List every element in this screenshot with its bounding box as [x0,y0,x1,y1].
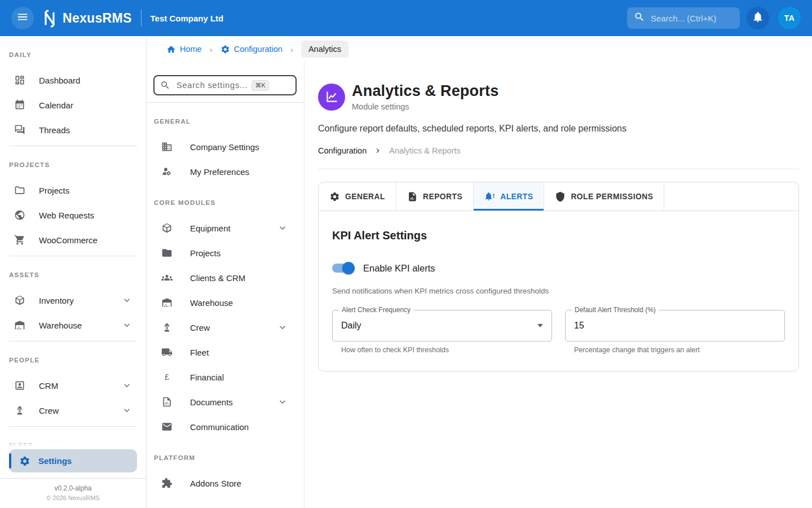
warehouse-icon [14,319,25,331]
sidebar-item-inventory[interactable]: Inventory [0,288,146,313]
search-icon [634,11,645,25]
tab-alerts[interactable]: >ALERTS [474,182,544,211]
header-divider [141,10,142,27]
global-search-input[interactable] [650,13,733,24]
company-name: Test Company Ltd [151,14,224,23]
sidebar-item-label: Projects [39,186,69,195]
contact-card-icon [14,380,25,391]
chevron-down-icon[interactable] [121,380,133,391]
sidebar-item-web-requests[interactable]: Web Requests [0,203,146,227]
shield-icon [555,191,566,202]
pound-icon: £ [161,371,173,383]
chevron-down-icon[interactable] [121,295,133,306]
app-window: NexusRMS Test Company Ltd TA DAILYDashbo… [0,0,812,508]
main-content: Analytics & Reports Module settings Conf… [304,62,812,508]
settings-nav-item-warehouse[interactable]: Warehouse [147,290,304,315]
field-label: Default Alert Threshold (%) [572,306,659,314]
breadcrumb-current: Analytics [301,41,348,58]
settings-nav-item-my-preferences[interactable]: My Preferences [147,159,304,184]
settings-nav-item-clients-crm[interactable]: Clients & CRM [147,265,304,290]
box-icon [161,222,173,234]
sidebar-item-threads[interactable]: Threads [0,117,146,142]
sidebar-item-crew[interactable]: Crew [0,398,146,423]
toggle-thumb [342,262,355,274]
sidebar-item-settings[interactable]: Settings [9,449,137,472]
people-icon [161,272,173,283]
sidebar-item-label: Warehouse [39,321,82,330]
bell-icon [752,11,764,25]
settings-nav-item-financial[interactable]: £Financial [147,365,304,389]
copyright: © 2026 NexusRMS [0,494,146,501]
settings-nav-item-label: Warehouse [190,298,233,308]
dashboard-icon [14,75,25,86]
breadcrumb-separator: › [210,45,213,54]
settings-nav-item-projects[interactable]: Projects [147,240,304,265]
sidebar-item-label: Settings [38,456,72,466]
module-breadcrumb: Configuration Analytics & Reports [318,146,799,155]
user-avatar[interactable]: TA [778,7,801,29]
module-avatar [318,84,345,111]
module-breadcrumb-current: Analytics & Reports [389,146,461,155]
sidebar-item-crm[interactable]: CRM [0,373,146,398]
module-breadcrumb-parent[interactable]: Configuration [318,146,367,155]
tab-role-permissions[interactable]: ROLE PERMISSIONS [544,182,664,211]
envelope-icon [161,421,173,432]
sidebar-item-dashboard[interactable]: Dashboard [0,68,146,93]
settings-nav-item-fleet[interactable]: Fleet [147,340,304,365]
settings-nav-item-communication[interactable]: Communication [147,414,304,439]
sidebar-item-label: Crew [39,406,59,415]
settings-nav-item-equipment[interactable]: Equipment [147,216,304,240]
search-icon [160,80,170,90]
menu-button[interactable] [11,7,34,29]
gear-icon [19,456,30,467]
enable-kpi-alerts-toggle[interactable] [332,262,354,274]
breadcrumb-link-configuration[interactable]: Configuration [220,45,283,54]
settings-nav-item-addons-store[interactable]: Addons Store [147,471,304,496]
select-alert-check-frequency[interactable]: Alert Check FrequencyDaily [332,310,552,341]
sidebar-item-label: Dashboard [39,76,80,85]
app-logo[interactable]: NexusRMS [39,8,132,28]
sidebar-item-woocommerce[interactable]: WooCommerce [0,227,146,252]
divider [318,169,799,169]
sidebar-section-daily: DAILY [0,36,146,68]
svg-text:£: £ [165,373,169,382]
field-helper-text: Percentage change that triggers an alert [574,346,785,354]
sidebar-item-projects[interactable]: Projects [0,178,146,203]
settings-nav-item-crew[interactable]: Crew [147,315,304,340]
settings-sidebar: Search settings... ⌘K GENERALCompany Set… [147,62,304,508]
notifications-button[interactable] [747,7,769,29]
tab-reports[interactable]: REPORTS [396,182,474,211]
menu-icon [16,11,29,25]
sidebar-item-label: WooCommerce [39,235,98,245]
panel-heading: KPI Alert Settings [332,229,785,242]
sidebar-item-calendar[interactable]: Calendar [0,93,146,117]
bell-alert-icon: > [484,191,495,202]
breadcrumb-link-home[interactable]: Home [166,45,202,54]
puzzle-icon [161,478,173,489]
settings-nav-item-documents[interactable]: Documents [147,389,304,414]
settings-nav-item-label: Clients & CRM [190,273,245,283]
settings-search-placeholder: Search settings... [176,81,248,90]
chevron-down-icon[interactable] [121,319,133,331]
settings-nav-item-company-settings[interactable]: Company Settings [147,134,304,159]
chevron-down-icon[interactable] [277,396,288,408]
input-default-alert-threshold[interactable]: Default Alert Threshold (%)15 [565,310,785,341]
sidebar-item-warehouse[interactable]: Warehouse [0,313,146,338]
page-title: Analytics & Reports [352,82,498,100]
chevron-down-icon[interactable] [277,222,288,234]
settings-section-core-modules: CORE MODULES [147,184,304,216]
settings-search-input[interactable]: Search settings... ⌘K [153,75,297,95]
global-search[interactable] [627,7,740,29]
app-version: v0.2.0-alpha [0,484,146,492]
chevron-down-icon[interactable] [277,322,288,333]
crew-icon [161,322,173,333]
tab-general[interactable]: GENERAL [319,182,396,211]
toggle-label: Enable KPI alerts [363,263,435,274]
settings-section-general: GENERAL [147,103,304,134]
settings-nav: GENERALCompany SettingsMy PreferencesCOR… [147,103,304,496]
settings-nav-item-label: Financial [190,373,224,382]
chevron-down-icon[interactable] [121,405,133,416]
app-name: NexusRMS [63,11,132,26]
alerts-panel: KPI Alert Settings Enable KPI alerts Sen… [319,211,798,371]
gear-icon [329,191,340,202]
